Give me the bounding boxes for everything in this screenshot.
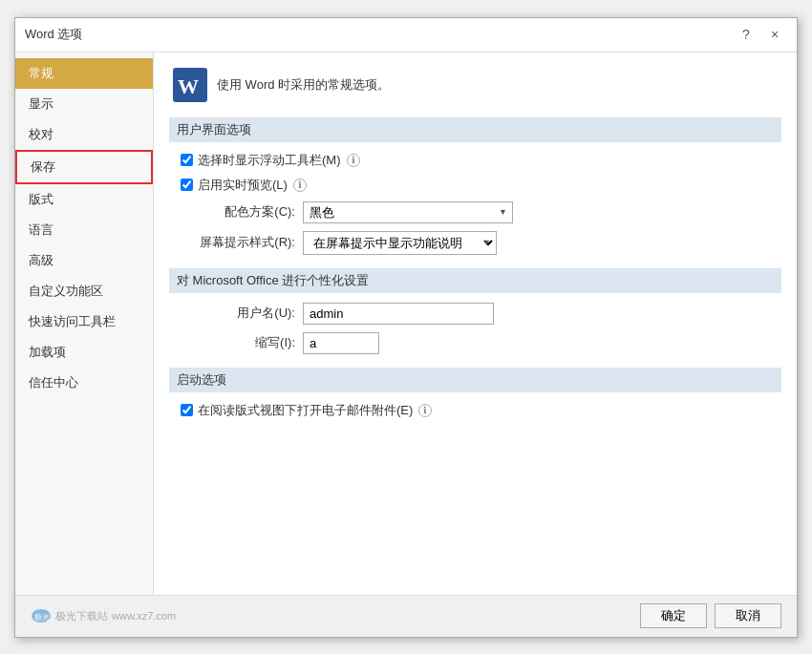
group-ui-options: 用户界面选项选择时显示浮动工具栏(M)ℹ启用实时预览(L)ℹ配色方案(C):黑色… bbox=[173, 117, 778, 255]
watermark-icon: 极光 bbox=[31, 607, 52, 624]
sidebar-item-format[interactable]: 版式 bbox=[15, 184, 153, 215]
option-row-1: 启用实时预览(L)ℹ bbox=[181, 177, 770, 194]
checkbox-label-0[interactable]: 在阅读版式视图下打开电子邮件附件(E) bbox=[181, 402, 413, 419]
input-label-0: 用户名(U): bbox=[181, 305, 295, 322]
dialog-title: Word 选项 bbox=[25, 26, 82, 43]
checkbox-text-0: 在阅读版式视图下打开电子邮件附件(E) bbox=[198, 402, 413, 419]
input-label-1: 缩写(I): bbox=[181, 334, 295, 351]
sidebar-item-general[interactable]: 常规 bbox=[15, 58, 153, 89]
sidebar: 常规显示校对保存版式语言高级自定义功能区快速访问工具栏加载项信任中心 bbox=[15, 53, 154, 595]
group-content-startup: 在阅读版式视图下打开电子邮件附件(E)ℹ bbox=[173, 402, 778, 419]
sidebar-item-quick-access[interactable]: 快速访问工具栏 bbox=[15, 306, 153, 337]
dialog-body: 常规显示校对保存版式语言高级自定义功能区快速访问工具栏加载项信任中心 W 使用 … bbox=[15, 53, 797, 595]
select-row-2: 配色方案(C):黑色银色白色 bbox=[181, 201, 770, 223]
checkbox-label-1[interactable]: 启用实时预览(L) bbox=[181, 177, 288, 194]
group-personalize: 对 Microsoft Office 进行个性化设置用户名(U):缩写(I): bbox=[173, 268, 778, 354]
sidebar-item-display[interactable]: 显示 bbox=[15, 89, 153, 119]
watermark: 极光 极光下载站 www.xz7.com bbox=[31, 607, 632, 624]
sidebar-item-language[interactable]: 语言 bbox=[15, 215, 153, 245]
close-button[interactable]: × bbox=[762, 24, 787, 45]
info-icon-0[interactable]: ℹ bbox=[347, 154, 360, 167]
cancel-button[interactable]: 取消 bbox=[715, 603, 781, 628]
title-bar-controls: ? × bbox=[734, 24, 787, 45]
select-3[interactable]: 在屏幕提示中显示功能说明不在屏幕提示中显示功能说明 bbox=[303, 231, 497, 255]
sidebar-item-proofing[interactable]: 校对 bbox=[15, 119, 153, 150]
checkbox-label-0[interactable]: 选择时显示浮动工具栏(M) bbox=[181, 152, 341, 169]
input-field-1[interactable] bbox=[303, 332, 379, 354]
svg-text:W: W bbox=[178, 74, 199, 98]
sidebar-item-save[interactable]: 保存 bbox=[15, 150, 153, 184]
group-startup: 启动选项在阅读版式视图下打开电子邮件附件(E)ℹ bbox=[173, 368, 778, 419]
watermark-url: www.xz7.com bbox=[112, 610, 176, 622]
checkbox-0[interactable] bbox=[181, 154, 193, 166]
section-description: 使用 Word 时采用的常规选项。 bbox=[217, 76, 390, 94]
option-row-0: 在阅读版式视图下打开电子邮件附件(E)ℹ bbox=[181, 402, 770, 419]
checkbox-text-0: 选择时显示浮动工具栏(M) bbox=[198, 152, 341, 169]
groups-container: 用户界面选项选择时显示浮动工具栏(M)ℹ启用实时预览(L)ℹ配色方案(C):黑色… bbox=[173, 117, 778, 419]
select-2[interactable]: 黑色银色白色 bbox=[303, 201, 513, 223]
checkbox-1[interactable] bbox=[181, 179, 193, 191]
ok-button[interactable]: 确定 bbox=[640, 603, 707, 628]
sidebar-item-trust-center[interactable]: 信任中心 bbox=[15, 368, 153, 398]
select-wrapper-2: 黑色银色白色 bbox=[303, 201, 513, 223]
input-row-0: 用户名(U): bbox=[181, 303, 770, 325]
checkbox-0[interactable] bbox=[181, 404, 193, 416]
help-button[interactable]: ? bbox=[734, 24, 759, 45]
info-icon-1[interactable]: ℹ bbox=[293, 179, 307, 192]
checkbox-text-1: 启用实时预览(L) bbox=[198, 177, 288, 194]
sidebar-item-customize[interactable]: 自定义功能区 bbox=[15, 276, 153, 306]
input-row-1: 缩写(I): bbox=[181, 332, 770, 354]
sidebar-item-advanced[interactable]: 高级 bbox=[15, 245, 153, 276]
watermark-text: 极光下载站 bbox=[55, 609, 108, 623]
word-options-dialog: Word 选项 ? × 常规显示校对保存版式语言高级自定义功能区快速访问工具栏加… bbox=[14, 17, 798, 638]
dialog-footer: 极光 极光下载站 www.xz7.com 确定 取消 bbox=[15, 595, 797, 637]
select-row-3: 屏幕提示样式(R):在屏幕提示中显示功能说明不在屏幕提示中显示功能说明 bbox=[181, 231, 770, 255]
select-label-2: 配色方案(C): bbox=[181, 203, 295, 221]
main-content: W 使用 Word 时采用的常规选项。 用户界面选项选择时显示浮动工具栏(M)ℹ… bbox=[154, 53, 797, 595]
group-content-ui-options: 选择时显示浮动工具栏(M)ℹ启用实时预览(L)ℹ配色方案(C):黑色银色白色屏幕… bbox=[173, 152, 778, 255]
title-bar: Word 选项 ? × bbox=[15, 18, 797, 53]
select-label-3: 屏幕提示样式(R): bbox=[181, 234, 295, 251]
word-app-icon: W bbox=[173, 68, 207, 102]
select-wrapper-3: 在屏幕提示中显示功能说明不在屏幕提示中显示功能说明 bbox=[303, 231, 497, 255]
group-label-personalize: 对 Microsoft Office 进行个性化设置 bbox=[169, 268, 781, 293]
group-label-startup: 启动选项 bbox=[169, 368, 781, 392]
sidebar-item-addins[interactable]: 加载项 bbox=[15, 337, 153, 368]
input-field-0[interactable] bbox=[303, 303, 494, 325]
option-row-0: 选择时显示浮动工具栏(M)ℹ bbox=[181, 152, 770, 169]
svg-text:极光: 极光 bbox=[33, 613, 50, 622]
info-icon-0[interactable]: ℹ bbox=[418, 404, 432, 417]
section-header: W 使用 Word 时采用的常规选项。 bbox=[173, 68, 778, 102]
group-content-personalize: 用户名(U):缩写(I): bbox=[173, 303, 778, 354]
group-label-ui-options: 用户界面选项 bbox=[169, 117, 781, 142]
